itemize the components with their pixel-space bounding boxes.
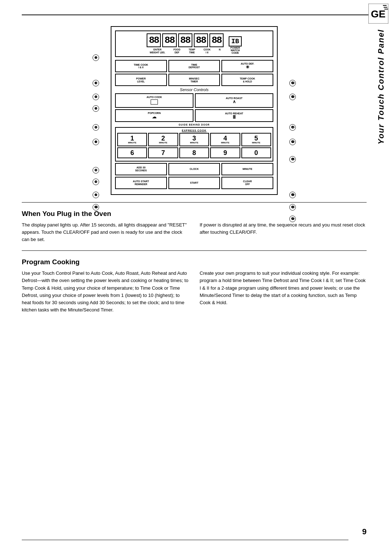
btn-clear-off-label: CLEAR [243, 180, 252, 183]
label-temp: TEMPTIME [189, 48, 195, 54]
btn-auto-cook[interactable]: AUTO COOK [115, 93, 193, 108]
num-3: 3 [192, 135, 196, 142]
label-cook: COOKI II [204, 48, 211, 54]
num-2-sub: MINUTE [159, 142, 167, 144]
num-0: 0 [254, 150, 258, 156]
btn-auto-def[interactable]: AUTO DEF. ✳ [221, 60, 273, 73]
auto-reheat-icon: |||| [233, 115, 235, 119]
num-6: 6 [130, 150, 134, 156]
btn-start[interactable]: START [168, 177, 220, 189]
digit-display: 88 88 88 88 88 ENTERWEIGHT LBS. FOODDEF … [147, 33, 224, 54]
sensor-controls-label: Sensor Controls [115, 87, 273, 92]
when-you-plug-heading: When You Plug in the Oven [22, 210, 367, 218]
btn-time-cook-label: TIME COOK [134, 64, 148, 66]
sidebar-title-text: Your Touch Control Panel [376, 29, 386, 144]
numpad-btn-6[interactable]: 6 [117, 147, 147, 158]
btn-clear-off-sub: OFF [245, 183, 250, 185]
callout-8: ❽ [93, 167, 99, 174]
digit-1: 88 [147, 33, 161, 47]
btn-add-30-sub: SECONDS [135, 169, 147, 172]
btn-auto-start-sub: REMINDER [135, 183, 147, 185]
main-content: ❶ ❸ ❹ ❺ ❻ ❼ ❽ ❾ ❿ ⓫ ⓬ ⓭ ⓮ ⓯ ⓰ ⓱ ⓲ ⓳ 88 [22, 15, 367, 314]
btn-time-cook[interactable]: TIME COOK I & II [115, 60, 167, 73]
btn-time-cook-sub: I & II [138, 66, 143, 69]
callout-12: ⓬ [289, 80, 296, 86]
callout-9: ❾ [93, 179, 99, 185]
numpad-section: EXPRESS COOK 1 MINUTE 2 MINUTE 3 MINUTE [115, 127, 273, 162]
callout-18: ⓲ [289, 204, 296, 211]
btn-auto-start-reminder[interactable]: AUTO START REMINDER [115, 177, 167, 189]
display-digits-area: 88 88 88 88 88 ENTERWEIGHT LBS. FOODDEF … [147, 33, 242, 54]
num-1-sub: MINUTE [128, 142, 136, 144]
program-cooking-left: Use your Touch Control Panel to Auto Coo… [22, 270, 189, 314]
btn-power-level[interactable]: POWER LEVEL [115, 74, 167, 86]
callout-19: ⓳ [289, 216, 296, 222]
num-5: 5 [254, 135, 258, 142]
btn-min-sec-label: MIN/SEC [189, 77, 199, 80]
row-auto-cook: AUTO COOK AUTO ROAST ∧ [115, 93, 273, 108]
btn-auto-start-label: AUTO START [133, 180, 149, 183]
callout-5: ❺ [93, 105, 99, 112]
callout-16: ⓰ [289, 156, 296, 163]
watch-label: WATCHCODE [230, 49, 240, 54]
btn-temp-cook-label: TEMP COOK [240, 77, 255, 80]
callout-14: ⓮ [289, 124, 296, 131]
power-label: POWER [230, 46, 240, 49]
auto-cook-icon [151, 99, 158, 105]
btn-minute[interactable]: MINUTE [221, 163, 273, 175]
num-1: 1 [130, 135, 134, 142]
btn-auto-reheat[interactable]: AUTO REHEAT |||| [195, 109, 273, 122]
num-4: 4 [223, 135, 227, 142]
program-cooking-right: Create your own programs to suit your in… [200, 270, 367, 314]
digit-3: 88 [178, 33, 192, 47]
callout-17: ⓱ [289, 192, 296, 198]
numpad-btn-2[interactable]: 2 MINUTE [148, 133, 178, 146]
callout-7: ❼ [93, 139, 99, 145]
btn-min-sec-sub: TIMER [191, 80, 198, 83]
callout-1: ❶ [93, 54, 99, 61]
btn-time-defrost-label: TIME [191, 64, 197, 66]
btn-add-30-seconds[interactable]: ADD 30 SECONDS [115, 163, 167, 175]
power-display: IB [229, 36, 242, 46]
numpad-btn-3[interactable]: 3 MINUTE [179, 133, 209, 146]
when-you-plug-left: The display panel lights up. After 15 se… [22, 221, 189, 243]
label-food: FOODDEF [173, 48, 180, 54]
btn-popcorn[interactable]: POPCORN ☁ [115, 109, 193, 122]
page-number: 9 [362, 527, 367, 536]
auto-def-icon: ✳ [246, 65, 249, 69]
power-section: IB POWER WATCHCODE [229, 36, 242, 54]
numpad-btn-0[interactable]: 0 [241, 147, 271, 158]
panel-diagram-box: 88 88 88 88 88 ENTERWEIGHT LBS. FOODDEF … [111, 26, 278, 195]
btn-auto-roast[interactable]: AUTO ROAST ∧ [195, 93, 273, 108]
btn-clock[interactable]: CLOCK [168, 163, 220, 175]
numpad-btn-7[interactable]: 7 [148, 147, 178, 158]
sidebar-panel: Your Touch Control Panel [370, 0, 392, 508]
digit-5: 88 [209, 33, 224, 47]
btn-temp-cook-hold[interactable]: TEMP COOK & HOLD [221, 74, 273, 86]
btn-min-sec-timer[interactable]: MIN/SEC TIMER [168, 74, 220, 86]
auto-roast-icon: ∧ [233, 99, 236, 104]
num-7: 7 [162, 150, 165, 156]
callout-6: ❻ [93, 124, 99, 131]
numpad-btn-4[interactable]: 4 MINUTE [210, 133, 240, 146]
btn-add-30-label: ADD 30 [136, 166, 146, 169]
btn-clear-off[interactable]: CLEAR OFF [221, 177, 273, 189]
guide-behind-door-label: GuIDE BEHIND DOOR [115, 123, 273, 126]
btn-power-level-sub: LEVEL [137, 80, 145, 83]
numpad-btn-8[interactable]: 8 [179, 147, 209, 158]
when-you-plug-columns: The display panel lights up. After 15 se… [22, 221, 367, 243]
bottom-border-line [22, 540, 348, 540]
callout-15: ⓯ [289, 139, 296, 145]
btn-time-defrost[interactable]: TIME DEFROST [168, 60, 220, 73]
numpad-btn-5[interactable]: 5 MINUTE [241, 133, 271, 146]
control-panel-diagram: ❶ ❸ ❹ ❺ ❻ ❼ ❽ ❾ ❿ ⓫ ⓬ ⓭ ⓮ ⓯ ⓰ ⓱ ⓲ ⓳ 88 [103, 26, 285, 195]
btn-temp-cook-sub: & HOLD [243, 80, 252, 83]
express-cook-label: EXPRESS COOK [117, 129, 271, 132]
numpad-btn-9[interactable]: 9 [210, 147, 240, 158]
digit-4: 88 [194, 33, 208, 47]
callout-4: ❹ [93, 94, 99, 100]
program-cooking-columns: Use your Touch Control Panel to Auto Coo… [22, 270, 367, 314]
callout-3: ❸ [93, 80, 99, 86]
program-cooking-section: Program Cooking Use your Touch Control P… [22, 258, 367, 314]
numpad-btn-1[interactable]: 1 MINUTE [117, 133, 147, 146]
